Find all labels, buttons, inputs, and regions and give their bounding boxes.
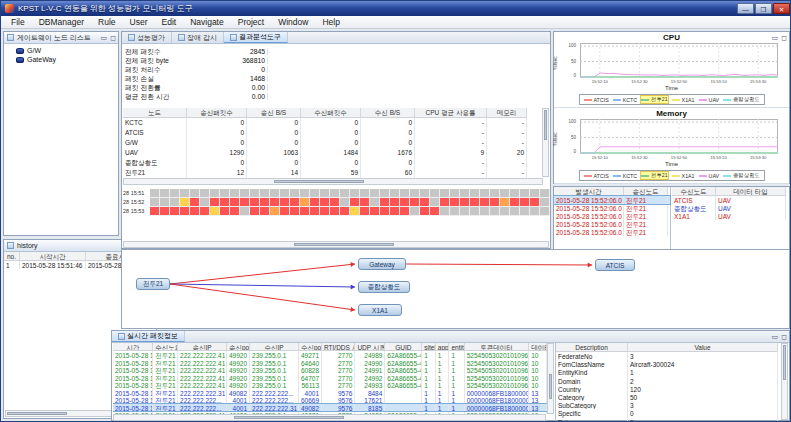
heatmap-cell[interactable] — [220, 198, 230, 207]
heatmap-cell[interactable] — [310, 207, 320, 216]
table-row[interactable]: 2015-05-28 1...전투21222.222.222...4001222… — [113, 396, 547, 404]
heatmap-cell[interactable] — [500, 207, 510, 216]
menu-item-window[interactable]: Window — [271, 17, 315, 27]
table-row[interactable]: 2015-05-28 15:52:06.0전투21 — [554, 228, 670, 236]
heatmap-cell[interactable] — [350, 198, 360, 207]
heatmap-cell[interactable] — [320, 189, 330, 198]
tree-item[interactable]: G/W — [4, 46, 118, 55]
table-row[interactable]: EntityKind1 — [556, 368, 781, 376]
table-row[interactable]: SubCategory3 — [556, 401, 781, 409]
heatmap-cell[interactable] — [490, 189, 500, 198]
menu-item-project[interactable]: Project — [231, 17, 271, 27]
heatmap-cell[interactable] — [270, 189, 280, 198]
table-row[interactable]: 2015-05-28 15:52:06.0전투21 — [554, 212, 670, 220]
table-row[interactable]: 2015-05-28 15:52:06.0전투21 — [554, 220, 670, 228]
heatmap-cell[interactable] — [390, 207, 400, 216]
heatmap-cell[interactable] — [510, 189, 520, 198]
table-row[interactable]: Extra0 — [556, 418, 781, 422]
heatmap-cell[interactable] — [470, 207, 480, 216]
table-row[interactable]: 2015-05-28 1...전투21222.222.222.414992023… — [113, 366, 547, 374]
window-maximize-button[interactable]: ❐ — [755, 3, 772, 14]
heatmap-cell[interactable] — [200, 198, 210, 207]
legend-item-종합상황도[interactable]: 종합상황도 — [723, 96, 759, 103]
heatmap-cell[interactable] — [360, 198, 370, 207]
vertical-scrollbar[interactable] — [542, 108, 549, 177]
window-close-button[interactable]: ✕ — [773, 3, 790, 14]
heatmap-cell[interactable] — [250, 207, 260, 216]
heatmap-cell[interactable] — [150, 189, 160, 198]
table-row[interactable]: 2015-05-28 1...전투21222.222.222.314908222… — [113, 389, 547, 397]
table-row[interactable]: Category50 — [556, 393, 781, 401]
legend-item-X1A1[interactable]: X1A1 — [672, 173, 695, 179]
heatmap-cell[interactable] — [360, 207, 370, 216]
heatmap-cell[interactable] — [260, 189, 270, 198]
heatmap-cell[interactable] — [520, 198, 530, 207]
heatmap-cell[interactable] — [270, 207, 280, 216]
table-row[interactable]: Specific0 — [556, 409, 781, 417]
table-row[interactable]: FederateNo3 — [556, 352, 781, 360]
heatmap-cell[interactable] — [420, 198, 430, 207]
menu-item-navigate[interactable]: Navigate — [183, 17, 231, 27]
heatmap-cell[interactable] — [440, 198, 450, 207]
heatmap-cell[interactable] — [440, 189, 450, 198]
minimize-icon[interactable]: ▭ — [772, 332, 779, 342]
heatmap-cell[interactable] — [310, 189, 320, 198]
heatmap-cell[interactable] — [480, 207, 490, 216]
table-row[interactable]: 종합상황도UAV — [672, 204, 790, 212]
heatmap-cell[interactable] — [250, 198, 260, 207]
heatmap-cell[interactable] — [160, 207, 170, 216]
heatmap-cell[interactable] — [510, 198, 520, 207]
heatmap-cell[interactable] — [420, 189, 430, 198]
heatmap-cell[interactable] — [300, 189, 310, 198]
heatmap-cell[interactable] — [250, 189, 260, 198]
heatmap-cell[interactable] — [460, 189, 470, 198]
table-row[interactable]: KCTC0000-- — [123, 118, 543, 128]
table-row[interactable]: 2015-05-28 15:52:06.0전투21 — [554, 196, 670, 204]
minimize-icon[interactable]: ▭ — [772, 33, 779, 43]
heatmap-cell[interactable] — [280, 198, 290, 207]
heatmap-cell[interactable] — [390, 198, 400, 207]
minimize-icon[interactable]: ▭ — [101, 33, 108, 43]
heatmap-cell[interactable] — [200, 189, 210, 198]
heatmap-cell[interactable] — [380, 189, 390, 198]
heatmap-cell[interactable] — [180, 207, 190, 216]
horizontal-scrollbar[interactable] — [113, 414, 546, 421]
heatmap-cell[interactable] — [340, 207, 350, 216]
heatmap-cell[interactable] — [370, 189, 380, 198]
heatmap-cell[interactable] — [530, 207, 540, 216]
heatmap-cell[interactable] — [160, 189, 170, 198]
heatmap-cell[interactable] — [270, 198, 280, 207]
heatmap-cell[interactable] — [400, 189, 410, 198]
heatmap-cell[interactable] — [330, 198, 340, 207]
heatmap-cell[interactable] — [200, 207, 210, 216]
legend-item-KCTC[interactable]: KCTC — [613, 173, 637, 179]
heatmap-cell[interactable] — [350, 189, 360, 198]
heatmap-cell[interactable] — [190, 207, 200, 216]
heatmap-cell[interactable] — [450, 198, 460, 207]
table-row[interactable]: ATCISUAV — [672, 196, 790, 204]
maximize-icon[interactable]: ◻ — [781, 33, 787, 43]
heatmap-cell[interactable] — [170, 198, 180, 207]
heatmap-cell[interactable] — [180, 198, 190, 207]
menu-item-rule[interactable]: Rule — [91, 17, 122, 27]
heatmap-cell[interactable] — [240, 207, 250, 216]
heatmap-cell[interactable] — [300, 198, 310, 207]
heatmap-cell[interactable] — [520, 189, 530, 198]
horizontal-scrollbar[interactable] — [123, 178, 543, 185]
table-row[interactable]: UAV1290106314841676920 — [123, 148, 543, 158]
heatmap-cell[interactable] — [320, 207, 330, 216]
heatmap-cell[interactable] — [320, 198, 330, 207]
heatmap-cell[interactable] — [460, 198, 470, 207]
title-bar[interactable]: KPST L-V-C 연동을 위한 성능평가 모니터링 도구 — ❐ ✕ — [1, 1, 791, 16]
heatmap-cell[interactable] — [180, 189, 190, 198]
heatmap-cell[interactable] — [520, 207, 530, 216]
heatmap-cell[interactable] — [210, 207, 220, 216]
legend-item-X1A1[interactable]: X1A1 — [672, 97, 695, 103]
heatmap-cell[interactable] — [490, 207, 500, 216]
legend-item-전투21[interactable]: 전투21 — [641, 172, 668, 179]
heatmap-cell[interactable] — [330, 207, 340, 216]
heatmap-cell[interactable] — [230, 207, 240, 216]
table-row[interactable]: 2015-05-28 1...전투21222.222.222...4001222… — [113, 404, 547, 412]
heatmap-cell[interactable] — [410, 189, 420, 198]
table-row[interactable]: 종합상황도0000-- — [123, 158, 543, 168]
